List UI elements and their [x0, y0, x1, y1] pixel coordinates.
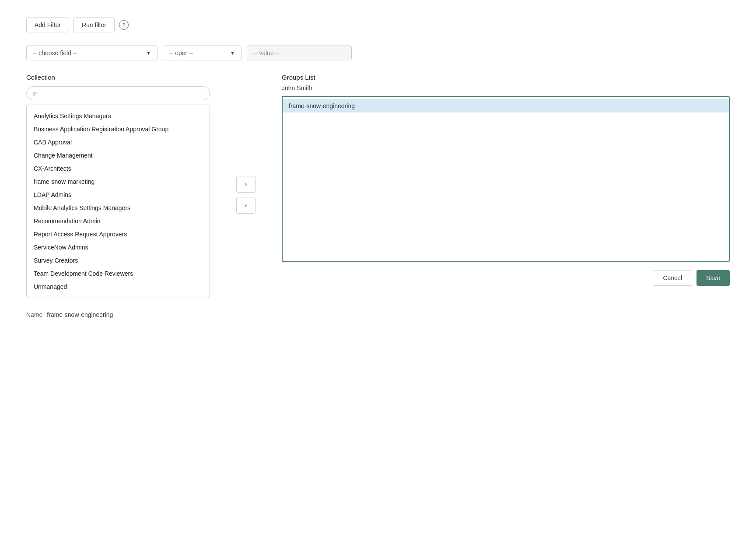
collection-list-item[interactable]: frame-snow-marketing: [27, 175, 210, 188]
name-value: frame-snow-engineering: [47, 311, 113, 318]
collection-list-item[interactable]: Mobile Analytics Settings Managers: [27, 201, 210, 214]
filter-row: -- choose field -- ▼ -- oper -- ▼ -- val…: [26, 46, 730, 60]
field-select[interactable]: -- choose field -- ▼: [26, 46, 158, 60]
move-left-button[interactable]: ‹: [236, 197, 256, 214]
collection-list-item[interactable]: Team Development Code Reviewers: [27, 267, 210, 280]
collection-list-item[interactable]: Business Application Registration Approv…: [27, 123, 210, 136]
name-row: Name frame-snow-engineering: [26, 311, 730, 318]
collection-search-input[interactable]: [40, 90, 203, 97]
search-icon: ⌕: [33, 89, 37, 97]
oper-select-label: -- oper --: [169, 49, 193, 56]
collection-list-item[interactable]: LDAP Admins: [27, 188, 210, 201]
move-right-button[interactable]: ›: [236, 176, 256, 193]
main-content: Collection ⌕ Analytics Settings Managers…: [26, 74, 730, 298]
name-label: Name: [26, 311, 42, 318]
groups-panel: Groups List John Smith frame-snow-engine…: [282, 74, 730, 286]
toolbar: Add Filter Run filter ?: [26, 18, 730, 32]
value-field: -- value --: [247, 46, 352, 60]
collection-list-item[interactable]: Change Management: [27, 149, 210, 162]
collection-list-item[interactable]: CX-Architects: [27, 162, 210, 175]
groups-label: Groups List: [282, 74, 730, 81]
collection-list-item[interactable]: Unmanaged: [27, 280, 210, 293]
collection-list: Analytics Settings ManagersBusiness Appl…: [26, 105, 210, 298]
collection-list-item[interactable]: CAB Approval: [27, 136, 210, 149]
collection-list-item[interactable]: ServiceNow Admins: [27, 241, 210, 254]
oper-select[interactable]: -- oper -- ▼: [163, 46, 242, 60]
transfer-buttons: › ‹: [236, 176, 256, 214]
action-row: Cancel Save: [282, 270, 730, 286]
search-box[interactable]: ⌕: [26, 86, 210, 100]
collection-list-item[interactable]: Survey Creators: [27, 254, 210, 267]
collection-panel: Collection ⌕ Analytics Settings Managers…: [26, 74, 210, 298]
collection-list-item[interactable]: Report Access Request Approvers: [27, 228, 210, 241]
help-icon[interactable]: ?: [119, 20, 129, 30]
groups-list: frame-snow-engineering: [282, 96, 730, 262]
groups-list-item[interactable]: frame-snow-engineering: [283, 99, 729, 112]
cancel-button[interactable]: Cancel: [653, 270, 692, 286]
collection-list-item[interactable]: Analytics Settings Managers: [27, 109, 210, 123]
add-filter-button[interactable]: Add Filter: [26, 18, 69, 32]
field-select-label: -- choose field --: [33, 49, 77, 56]
user-name: John Smith: [282, 84, 730, 91]
run-filter-button[interactable]: Run filter: [74, 18, 115, 32]
collection-label: Collection: [26, 74, 210, 81]
collection-list-item[interactable]: Recommendation Admin: [27, 214, 210, 228]
field-chevron-icon: ▼: [146, 50, 151, 56]
oper-chevron-icon: ▼: [230, 50, 235, 56]
save-button[interactable]: Save: [696, 270, 730, 286]
